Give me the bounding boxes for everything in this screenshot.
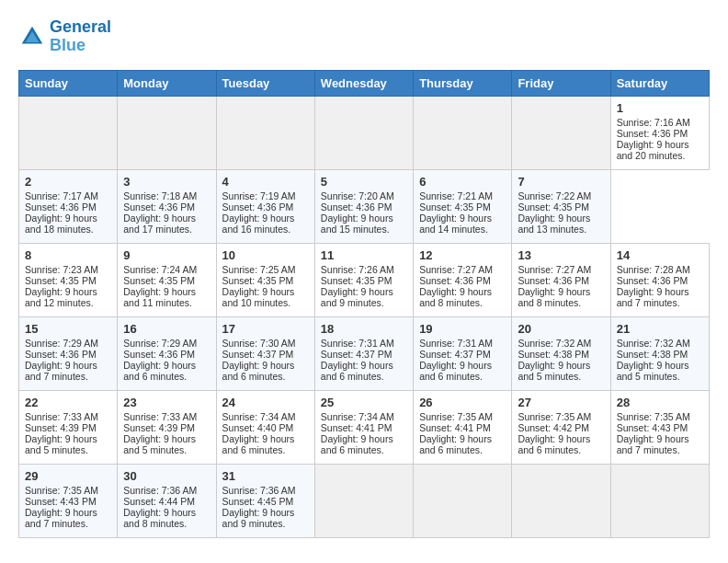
day-number: 24 [222,396,309,409]
sunset-label: Sunset: 4:37 PM [222,349,294,360]
sunset-label: Sunset: 4:35 PM [419,201,491,213]
daylight-label: Daylight: 9 hours and 6 minutes. [518,433,590,455]
sunset-label: Sunset: 4:41 PM [419,422,491,433]
calendar-day-cell: 9 Sunrise: 7:24 AM Sunset: 4:35 PM Dayli… [118,243,216,316]
daylight-label: Daylight: 9 hours and 8 minutes. [123,507,196,529]
calendar-day-cell: 4 Sunrise: 7:19 AM Sunset: 4:36 PM Dayli… [216,169,314,243]
sunrise-label: Sunrise: 7:34 AM [222,411,296,422]
day-number: 10 [222,248,309,262]
day-number: 31 [222,469,309,483]
day-number: 7 [518,175,604,189]
day-number: 15 [25,322,111,336]
sunset-label: Sunset: 4:40 PM [222,422,294,433]
calendar-week-row: 2 Sunrise: 7:17 AM Sunset: 4:36 PM Dayli… [19,169,710,243]
day-number: 28 [617,396,703,409]
sunrise-label: Sunrise: 7:19 AM [222,190,296,201]
calendar-day-cell: 22 Sunrise: 7:33 AM Sunset: 4:39 PM Dayl… [19,390,118,464]
calendar-day-cell: 2 Sunrise: 7:17 AM Sunset: 4:36 PM Dayli… [19,169,118,243]
sunset-label: Sunset: 4:42 PM [518,422,589,433]
sunrise-label: Sunrise: 7:24 AM [123,264,197,275]
daylight-label: Daylight: 9 hours and 7 minutes. [617,433,689,455]
sunset-label: Sunset: 4:38 PM [518,349,589,360]
calendar-day-cell: 23 Sunrise: 7:33 AM Sunset: 4:39 PM Dayl… [118,390,216,464]
sunrise-label: Sunrise: 7:23 AM [25,264,98,275]
empty-cell [314,96,413,169]
calendar-day-cell: 15 Sunrise: 7:29 AM Sunset: 4:36 PM Dayl… [19,316,118,390]
daylight-label: Daylight: 9 hours and 6 minutes. [321,360,393,382]
daylight-label: Daylight: 9 hours and 5 minutes. [617,360,689,382]
calendar-day-cell: 13 Sunrise: 7:27 AM Sunset: 4:36 PM Dayl… [512,243,610,316]
day-number: 11 [321,248,407,262]
calendar-day-cell: 12 Sunrise: 7:27 AM Sunset: 4:36 PM Dayl… [414,243,512,316]
empty-cell [414,96,512,169]
sunrise-label: Sunrise: 7:21 AM [419,190,493,201]
calendar-day-cell: 27 Sunrise: 7:35 AM Sunset: 4:42 PM Dayl… [512,390,610,464]
sunset-label: Sunset: 4:39 PM [25,422,97,433]
sunset-label: Sunset: 4:45 PM [222,496,294,507]
sunset-label: Sunset: 4:36 PM [25,349,97,360]
day-number: 9 [123,248,210,262]
sunrise-label: Sunrise: 7:25 AM [222,264,296,275]
daylight-label: Daylight: 9 hours and 17 minutes. [123,213,196,235]
sunrise-label: Sunrise: 7:36 AM [222,485,296,496]
day-number: 25 [321,396,407,409]
daylight-label: Daylight: 9 hours and 10 minutes. [222,286,295,308]
daylight-label: Daylight: 9 hours and 6 minutes. [419,433,492,455]
daylight-label: Daylight: 9 hours and 5 minutes. [25,433,97,455]
sunset-label: Sunset: 4:35 PM [518,201,589,213]
calendar-day-cell: 21 Sunrise: 7:32 AM Sunset: 4:38 PM Dayl… [610,316,709,390]
calendar-week-row: 1 Sunrise: 7:16 AM Sunset: 4:36 PM Dayli… [19,96,710,169]
day-number: 21 [617,322,703,336]
sunset-label: Sunset: 4:43 PM [25,496,97,507]
sunset-label: Sunset: 4:41 PM [321,422,392,433]
sunrise-label: Sunrise: 7:18 AM [123,190,197,201]
calendar-day-cell: 28 Sunrise: 7:35 AM Sunset: 4:43 PM Dayl… [610,390,709,464]
calendar-day-cell: 30 Sunrise: 7:36 AM Sunset: 4:44 PM Dayl… [118,464,216,537]
daylight-label: Daylight: 9 hours and 8 minutes. [518,286,590,308]
calendar-day-cell: 10 Sunrise: 7:25 AM Sunset: 4:35 PM Dayl… [216,243,314,316]
daylight-label: Daylight: 9 hours and 7 minutes. [25,507,97,529]
daylight-label: Daylight: 9 hours and 6 minutes. [222,433,295,455]
empty-cell [512,96,610,169]
sunset-label: Sunset: 4:37 PM [321,349,392,360]
empty-cell [314,464,413,537]
page-header: General Blue [18,18,710,55]
day-number: 29 [25,469,111,483]
calendar-day-cell: 31 Sunrise: 7:36 AM Sunset: 4:45 PM Dayl… [216,464,314,537]
day-number: 5 [321,175,407,189]
sunrise-label: Sunrise: 7:34 AM [321,411,394,422]
empty-cell [216,96,314,169]
sunset-label: Sunset: 4:39 PM [123,422,195,433]
column-header-tuesday: Tuesday [216,70,314,96]
sunrise-label: Sunrise: 7:27 AM [419,264,493,275]
sunset-label: Sunset: 4:36 PM [518,275,589,286]
daylight-label: Daylight: 9 hours and 6 minutes. [419,360,492,382]
sunset-label: Sunset: 4:43 PM [617,422,688,433]
sunset-label: Sunset: 4:36 PM [321,201,392,213]
column-header-thursday: Thursday [414,70,512,96]
sunrise-label: Sunrise: 7:22 AM [518,190,591,201]
empty-cell [19,96,118,169]
sunset-label: Sunset: 4:37 PM [419,349,491,360]
calendar-day-cell: 18 Sunrise: 7:31 AM Sunset: 4:37 PM Dayl… [314,316,413,390]
sunrise-label: Sunrise: 7:31 AM [321,338,394,349]
calendar-day-cell: 20 Sunrise: 7:32 AM Sunset: 4:38 PM Dayl… [512,316,610,390]
day-number: 13 [518,248,604,262]
sunset-label: Sunset: 4:36 PM [123,349,195,360]
day-number: 4 [222,175,309,189]
column-header-monday: Monday [118,70,216,96]
calendar-day-cell: 1 Sunrise: 7:16 AM Sunset: 4:36 PM Dayli… [610,96,709,169]
day-number: 20 [518,322,604,336]
column-header-wednesday: Wednesday [314,70,413,96]
day-number: 8 [25,248,111,262]
logo-text: General Blue [50,18,111,55]
sunset-label: Sunset: 4:36 PM [419,275,491,286]
sunset-label: Sunset: 4:36 PM [617,275,688,286]
daylight-label: Daylight: 9 hours and 16 minutes. [222,213,295,235]
sunset-label: Sunset: 4:38 PM [617,349,688,360]
calendar-day-cell: 11 Sunrise: 7:26 AM Sunset: 4:35 PM Dayl… [314,243,413,316]
daylight-label: Daylight: 9 hours and 15 minutes. [321,213,393,235]
sunrise-label: Sunrise: 7:36 AM [123,485,197,496]
sunrise-label: Sunrise: 7:29 AM [25,338,98,349]
calendar-day-cell: 26 Sunrise: 7:35 AM Sunset: 4:41 PM Dayl… [414,390,512,464]
